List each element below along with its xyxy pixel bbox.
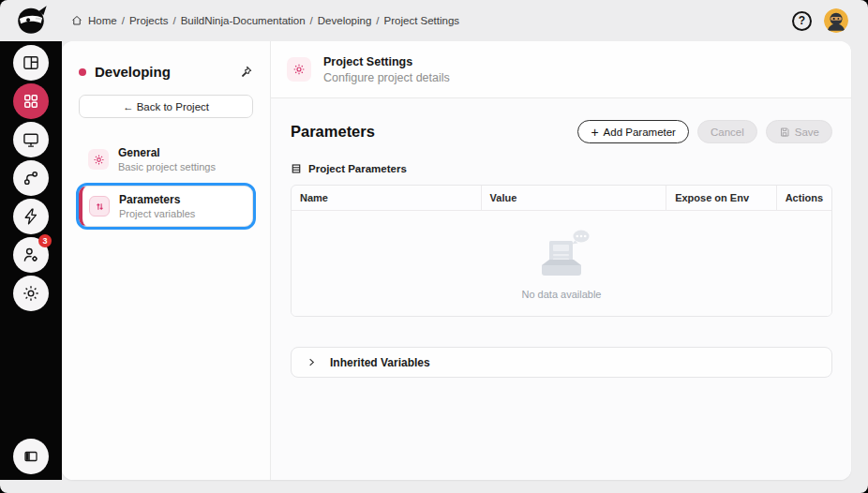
toolbar-actions: + Add Parameter Cancel Save xyxy=(577,120,832,143)
lightning-bolt-icon xyxy=(22,207,40,226)
menu-item-title: Parameters xyxy=(119,193,195,206)
column-header-actions: Actions xyxy=(776,186,831,210)
git-branch-icon xyxy=(22,169,40,187)
column-header-value: Value xyxy=(481,186,666,210)
menu-item-subtitle: Project variables xyxy=(119,208,195,219)
gear-icon xyxy=(88,149,109,170)
page-subtitle: Configure project details xyxy=(323,71,450,84)
main-card: Developing ← Back to Project General Bas… xyxy=(62,41,851,480)
breadcrumb-projects[interactable]: Projects xyxy=(129,15,169,26)
table-icon xyxy=(291,163,302,174)
parameters-page: Parameters + Add Parameter Cancel Save xyxy=(271,98,851,480)
help-button[interactable]: ? xyxy=(792,11,812,31)
inherited-variables-label: Inherited Variables xyxy=(330,356,430,369)
breadcrumb: Home / Projects / BuildNinja-Documentati… xyxy=(62,15,459,26)
table-empty-body: No data available xyxy=(292,211,831,316)
question-mark-icon: ? xyxy=(799,14,805,27)
sidebar-item-actions[interactable] xyxy=(13,199,49,234)
user-avatar[interactable] xyxy=(824,8,848,33)
sidebar-item-settings[interactable] xyxy=(13,276,49,311)
cancel-button[interactable]: Cancel xyxy=(697,120,757,143)
save-icon xyxy=(779,127,790,138)
top-bar: Home / Projects / BuildNinja-Documentati… xyxy=(0,0,868,41)
inherited-variables-section[interactable]: Inherited Variables xyxy=(291,347,832,378)
empty-state-text: No data available xyxy=(521,289,601,300)
breadcrumb-developing[interactable]: Developing xyxy=(318,15,372,26)
sidebar-item-pipelines[interactable] xyxy=(13,160,49,196)
panel-toggle-icon xyxy=(22,448,39,465)
project-panel: Developing ← Back to Project General Bas… xyxy=(62,41,271,480)
parameters-heading: Parameters xyxy=(291,123,375,141)
breadcrumb-separator: / xyxy=(122,15,125,26)
pin-button[interactable] xyxy=(238,65,253,80)
project-status-dot xyxy=(79,68,86,76)
menu-item-subtitle: Basic project settings xyxy=(118,161,216,172)
main-section: Project Settings Configure project detai… xyxy=(271,41,851,480)
settings-menu: General Basic project settings Parameter… xyxy=(79,140,253,227)
topbar-actions: ? xyxy=(792,8,868,33)
table-header-row: Name Value Expose on Env Actions xyxy=(292,186,831,211)
parameters-table: Name Value Expose on Env Actions xyxy=(291,185,832,317)
breadcrumb-separator: / xyxy=(172,15,175,26)
apps-grid-icon xyxy=(22,92,40,111)
save-label: Save xyxy=(795,127,819,138)
user-settings-icon xyxy=(22,246,40,264)
sidebar-item-users[interactable]: 3 xyxy=(13,237,49,273)
breadcrumb-separator: / xyxy=(310,15,313,26)
menu-item-parameters[interactable]: Parameters Project variables xyxy=(79,186,253,227)
add-parameter-label: Add Parameter xyxy=(604,127,676,138)
notification-badge: 3 xyxy=(38,234,52,247)
back-to-project-button[interactable]: ← Back to Project xyxy=(79,95,253,118)
ninja-avatar-icon xyxy=(824,8,848,33)
breadcrumb-buildninja-documentation[interactable]: BuildNinja-Documentation xyxy=(181,15,306,26)
app-window: Home / Projects / BuildNinja-Documentati… xyxy=(0,0,868,493)
page-title: Project Settings xyxy=(323,55,450,68)
gear-icon xyxy=(287,57,311,82)
parameters-toolbar: Parameters + Add Parameter Cancel Save xyxy=(291,120,832,143)
app-logo[interactable] xyxy=(0,2,62,39)
menu-item-title: General xyxy=(118,146,216,159)
breadcrumb-home[interactable]: Home xyxy=(88,15,117,26)
sidebar-rail-top: 3 xyxy=(13,45,49,311)
project-panel-header: Developing xyxy=(79,64,253,80)
menu-item-text: General Basic project settings xyxy=(118,146,216,172)
column-header-expose-on-env: Expose on Env xyxy=(666,186,776,210)
chevron-right-icon xyxy=(307,357,317,367)
content-row: 3 Developing ← Bac xyxy=(0,41,868,480)
menu-item-text: Parameters Project variables xyxy=(119,193,195,219)
sidebar-collapse-toggle[interactable] xyxy=(13,439,49,474)
layout-dashboard-icon xyxy=(22,53,40,72)
sidebar-rail: 3 xyxy=(0,41,62,480)
project-parameters-label: Project Parameters xyxy=(291,163,832,174)
empty-inbox-icon xyxy=(531,228,592,280)
plus-icon: + xyxy=(591,126,598,139)
column-header-name: Name xyxy=(292,186,481,210)
empty-state: No data available xyxy=(521,228,601,300)
ninja-logo-icon xyxy=(12,2,50,39)
sidebar-item-dashboard[interactable] xyxy=(13,45,49,81)
project-parameters-text: Project Parameters xyxy=(308,163,407,174)
monitor-icon xyxy=(22,130,40,149)
pin-icon xyxy=(238,65,253,80)
page-header-text: Project Settings Configure project detai… xyxy=(323,55,450,84)
menu-item-general[interactable]: General Basic project settings xyxy=(79,140,253,179)
gear-icon xyxy=(22,284,40,303)
save-button[interactable]: Save xyxy=(766,120,832,143)
variables-icon xyxy=(89,196,110,217)
add-parameter-button[interactable]: + Add Parameter xyxy=(577,120,689,143)
breadcrumb-separator: / xyxy=(376,15,379,26)
sidebar-item-projects[interactable] xyxy=(13,83,49,119)
sidebar-item-agents[interactable] xyxy=(13,122,49,157)
page-header: Project Settings Configure project detai… xyxy=(271,41,851,98)
project-title: Developing xyxy=(95,64,230,80)
home-icon xyxy=(71,15,82,26)
breadcrumb-project-settings[interactable]: Project Settings xyxy=(384,15,460,26)
